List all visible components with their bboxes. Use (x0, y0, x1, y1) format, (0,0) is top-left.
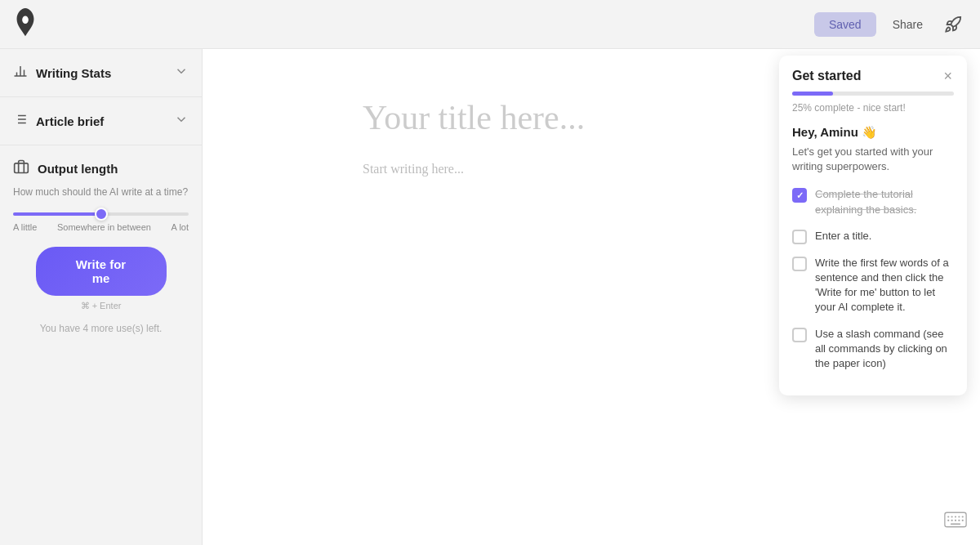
svg-rect-10 (15, 163, 29, 173)
progress-bar-fill (792, 92, 833, 96)
close-button[interactable]: × (942, 69, 954, 83)
checklist-item-1[interactable]: Complete the tutorial explaining the bas… (792, 187, 954, 217)
slider-fill (13, 212, 101, 216)
article-brief-section: Article brief (0, 97, 202, 145)
write-shortcut: ⌘ + Enter (81, 301, 122, 311)
writing-stats-section: Writing Stats (0, 49, 202, 97)
rocket-button[interactable] (939, 11, 967, 38)
bar-chart-icon (13, 64, 28, 82)
progress-text: 25% complete - nice start! (792, 102, 954, 114)
editor-content: Your title here... Start writing here... (346, 98, 836, 176)
output-length-section: Output length How much should the AI wri… (0, 145, 202, 347)
slider-label-left: A little (13, 222, 37, 232)
saved-button[interactable]: Saved (814, 12, 876, 37)
topbar-actions: Saved Share (814, 11, 967, 38)
output-length-icon (13, 159, 29, 178)
list-icon (13, 112, 28, 130)
writing-stats-chevron (174, 64, 189, 82)
article-brief-left: Article brief (13, 112, 104, 130)
panel-title: Get started (792, 69, 861, 83)
article-brief-chevron (174, 112, 189, 130)
editor-area: Your title here... Start writing here... (203, 49, 980, 545)
write-for-me-button[interactable]: Write for me (36, 247, 167, 296)
checklist-text-1: Complete the tutorial explaining the bas… (815, 187, 954, 217)
share-button[interactable]: Share (883, 12, 933, 37)
output-length-header: Output length (13, 159, 189, 178)
output-length-desc: How much should the AI write at a time? (13, 186, 189, 198)
checkbox-4[interactable] (792, 328, 807, 342)
topbar: Saved Share (0, 0, 980, 49)
usage-left: You have 4 more use(s) left. (40, 323, 163, 334)
logo (13, 7, 38, 42)
checkbox-2[interactable] (792, 230, 807, 244)
slider-track (13, 212, 189, 216)
checkbox-1[interactable] (792, 188, 807, 203)
checkbox-3[interactable] (792, 257, 807, 271)
checklist-item-3[interactable]: Write the first few words of a sentence … (792, 256, 954, 315)
slider-label-right: A lot (172, 222, 189, 232)
editor-title-placeholder[interactable]: Your title here... (363, 98, 820, 137)
slider-thumb (95, 208, 108, 221)
panel-header: Get started × (792, 69, 954, 83)
writing-stats-title: Writing Stats (36, 66, 111, 80)
writing-stats-header[interactable]: Writing Stats (0, 49, 202, 96)
checklist-text-4: Use a slash command (see all commands by… (815, 327, 954, 372)
bottom-icon (944, 511, 967, 532)
checklist-text-3: Write the first few words of a sentence … (815, 256, 954, 315)
panel-greeting: Hey, Aminu 👋 (792, 125, 954, 140)
output-length-slider[interactable] (13, 212, 189, 216)
checklist-item-4[interactable]: Use a slash command (see all commands by… (792, 327, 954, 372)
writing-stats-left: Writing Stats (13, 64, 111, 82)
keyboard-icon (944, 511, 967, 529)
output-length-title: Output length (38, 162, 118, 176)
panel-subtitle: Let's get you started with your writing … (792, 145, 954, 174)
main-layout: Writing Stats (0, 49, 980, 545)
rocket-icon (944, 16, 962, 34)
editor-body-placeholder[interactable]: Start writing here... (363, 162, 820, 176)
slider-label-middle: Somewhere in between (37, 222, 171, 232)
progress-bar-track (792, 92, 954, 96)
checklist-item-2[interactable]: Enter a title. (792, 229, 954, 244)
write-btn-container: Write for me ⌘ + Enter You have 4 more u… (13, 247, 189, 334)
sidebar: Writing Stats (0, 49, 203, 545)
get-started-panel: Get started × 25% complete - nice start!… (779, 56, 967, 395)
checklist-text-2: Enter a title. (815, 229, 871, 243)
article-brief-title: Article brief (36, 114, 104, 128)
slider-labels: A little Somewhere in between A lot (13, 222, 189, 232)
article-brief-header[interactable]: Article brief (0, 97, 202, 145)
